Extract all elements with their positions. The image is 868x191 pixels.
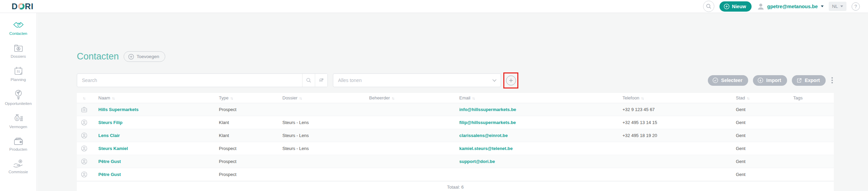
contact-name-link[interactable]: Steurs Filip xyxy=(98,120,123,125)
column-header-beheerder[interactable]: Beheerder↑↓ xyxy=(369,93,459,103)
cell-dossier: Steurs - Lens xyxy=(282,116,369,129)
moneybag-icon: $ xyxy=(13,113,24,123)
column-header-telefoon[interactable]: Telefoon↑↓ xyxy=(622,93,736,103)
dori-logo[interactable]: D RI xyxy=(12,2,33,11)
cell-beheerder xyxy=(369,103,459,116)
contact-email-link[interactable]: support@dori.be xyxy=(459,159,495,164)
table-total: Totaal: 6 xyxy=(77,181,834,191)
person-icon xyxy=(81,132,87,139)
more-options-button[interactable] xyxy=(830,76,834,85)
contact-email-link[interactable]: kamiel.steurs@telenet.be xyxy=(459,146,513,151)
logo-letters-ri: RI xyxy=(25,2,33,11)
sidebar-item-label: Vermogen xyxy=(9,125,27,129)
cell-beheerder xyxy=(369,155,459,168)
chevron-down-icon xyxy=(821,5,824,7)
download-circle-icon xyxy=(757,77,764,83)
cell-tags xyxy=(793,155,834,168)
advanced-filter-button[interactable] xyxy=(315,74,327,87)
cell-tags xyxy=(793,168,834,181)
export-button[interactable]: Export xyxy=(792,75,826,86)
user-menu[interactable]: gpetre@metanous.be xyxy=(757,2,824,11)
sidebar-item-opportuniteiten[interactable]: Opportuniteiten xyxy=(0,86,37,110)
filter-select-value: Alles tonen xyxy=(338,78,362,83)
cell-telefoon xyxy=(622,168,736,181)
contact-email-link[interactable]: info@hillssupermarkets.be xyxy=(459,107,516,112)
sort-icon[interactable]: ↑↓ xyxy=(747,96,749,100)
column-header-stad[interactable]: Stad↑↓ xyxy=(736,93,793,103)
cell-beheerder xyxy=(369,168,459,181)
topbar: D RI Nieuw gpetre@metanous.be NL ? xyxy=(0,0,868,13)
sidebar-item-producten[interactable]: Producten xyxy=(0,133,37,155)
search-icon xyxy=(306,78,311,83)
cell-dossier: Steurs - Lens xyxy=(282,129,369,142)
chevron-down-icon xyxy=(840,5,843,7)
sidebar-item-dossiers[interactable]: Dossiers xyxy=(0,40,37,63)
table-row[interactable]: Pêtre Gust Prospect support@dori.be Gent xyxy=(77,155,834,168)
contact-name-link[interactable]: Steurs Kamiel xyxy=(98,146,128,151)
contact-name-link[interactable]: Pêtre Gust xyxy=(98,159,121,164)
import-button[interactable]: Import xyxy=(753,75,787,86)
contact-name-link[interactable]: Hills Supermarkets xyxy=(98,107,139,112)
contact-email-link[interactable]: filip@hillssupermarkets.be xyxy=(459,120,516,125)
import-button-label: Import xyxy=(766,78,781,83)
add-filter-button[interactable] xyxy=(506,76,516,85)
column-header-email[interactable]: Email↑↓ xyxy=(459,93,622,103)
help-button[interactable]: ? xyxy=(852,2,860,11)
table-row[interactable]: Steurs Kamiel Prospect Steurs - Lens kam… xyxy=(77,142,834,155)
logo-letter-d: D xyxy=(12,2,18,11)
person-icon xyxy=(81,119,87,126)
search-icon xyxy=(706,3,712,9)
sidebar-item-vermogen[interactable]: $ Vermogen xyxy=(0,110,37,133)
user-email: gpetre@metanous.be xyxy=(767,4,818,9)
sort-icon[interactable]: ↑↓ xyxy=(641,96,643,100)
plus-circle-icon xyxy=(128,54,134,60)
column-header-type[interactable]: Type↑↓ xyxy=(219,93,282,103)
contact-email-link[interactable]: clarissalens@einrot.be xyxy=(459,133,508,138)
sort-icon[interactable]: ↑↓ xyxy=(392,96,394,100)
new-button[interactable]: Nieuw xyxy=(719,1,752,12)
contacts-table: ↑↓ Naam↑↓ Type↑↓ Dossier↑↓ Beheerder↑↓ E… xyxy=(77,93,834,191)
table-actions: Selecteer Import Export xyxy=(708,75,834,86)
cell-type: Klant xyxy=(219,129,282,142)
filter-select[interactable]: Alles tonen xyxy=(333,73,501,87)
sort-icon[interactable]: ↑↓ xyxy=(112,96,114,100)
table-row[interactable]: Pêtre Gust Prospect Gent xyxy=(77,168,834,181)
contact-name-link[interactable]: Pêtre Gust xyxy=(98,172,121,177)
sort-icon[interactable]: ↑↓ xyxy=(230,96,233,100)
column-header-dossier[interactable]: Dossier↑↓ xyxy=(282,93,369,103)
table-row[interactable]: Lens Clair Klant Steurs - Lens clarissal… xyxy=(77,129,834,142)
sort-icon[interactable]: ↑↓ xyxy=(472,96,475,100)
cell-telefoon xyxy=(622,142,736,155)
cell-type: Prospect xyxy=(219,155,282,168)
sort-icon[interactable]: ↑↓ xyxy=(299,96,302,100)
lightbulb-icon xyxy=(14,90,23,100)
select-button-label: Selecteer xyxy=(721,78,742,83)
cell-type: Klant xyxy=(219,116,282,129)
cell-type: Prospect xyxy=(219,142,282,155)
cell-beheerder xyxy=(369,116,459,129)
search-submit-button[interactable] xyxy=(302,74,315,87)
sidebar-item-planning[interactable]: 31 Planning xyxy=(0,63,37,86)
table-row[interactable]: Steurs Filip Klant Steurs - Lens filip@h… xyxy=(77,116,834,129)
company-icon xyxy=(81,107,87,113)
cell-telefoon: +32 9 123 45 67 xyxy=(622,103,736,116)
table-row[interactable]: Hills Supermarkets Prospect info@hillssu… xyxy=(77,103,834,116)
search-input[interactable] xyxy=(77,74,302,87)
column-header-naam[interactable]: Naam↑↓ xyxy=(93,93,219,103)
select-button[interactable]: Selecteer xyxy=(708,75,748,86)
sidebar: Contacten Dossiers 31 Planning Opportuni… xyxy=(0,13,37,191)
sidebar-item-commissie[interactable]: Commissie xyxy=(0,155,37,178)
calendar-day-label: 31 xyxy=(16,70,20,73)
language-selector[interactable]: NL xyxy=(829,2,846,11)
add-contact-button[interactable]: Toevoegen xyxy=(124,51,165,62)
plus-circle-icon xyxy=(724,3,730,10)
cell-stad: Gent xyxy=(736,116,793,129)
export-button-label: Export xyxy=(805,78,820,83)
filter-row: Alles tonen Selecteer Import xyxy=(77,72,834,88)
contact-name-link[interactable]: Lens Clair xyxy=(98,133,120,138)
sidebar-item-contacten[interactable]: Contacten xyxy=(0,17,37,40)
column-header-tags[interactable]: Tags xyxy=(793,93,834,103)
add-contact-label: Toevoegen xyxy=(137,54,159,59)
sort-icon[interactable]: ↑↓ xyxy=(83,96,85,100)
global-search-button[interactable] xyxy=(703,1,714,12)
